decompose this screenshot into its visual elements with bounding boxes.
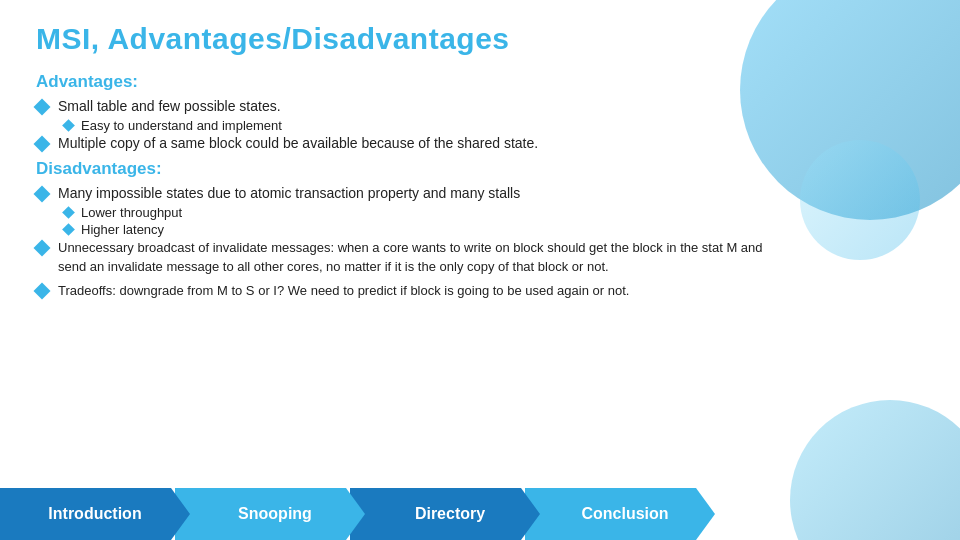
advantage-text-1: Small table and few possible states. (58, 98, 281, 114)
advantage-sub-item-1: Easy to understand and implement (64, 118, 924, 133)
nav-label-snooping: Snooping (238, 505, 312, 523)
diamond-small-icon-2 (62, 206, 75, 219)
disadvantage-item-3: Tradeoffs: downgrade from M to S or I? W… (36, 282, 786, 301)
nav-bar: Introduction Snooping Directory Conclusi… (0, 488, 960, 540)
slide: MSI, Advantages/Disadvantages Advantages… (0, 0, 960, 540)
advantage-sub-text-1: Easy to understand and implement (81, 118, 282, 133)
disadvantage-item-2: Unnecessary broadcast of invalidate mess… (36, 239, 786, 277)
advantage-item-1: Small table and few possible states. (36, 98, 924, 114)
nav-item-conclusion[interactable]: Conclusion (525, 488, 715, 540)
nav-label-introduction: Introduction (48, 505, 141, 523)
advantages-list: Small table and few possible states. Eas… (36, 98, 924, 151)
disadvantage-text-3: Tradeoffs: downgrade from M to S or I? W… (58, 282, 629, 301)
disadvantages-list: Many impossible states due to atomic tra… (36, 185, 924, 301)
disadvantage-sub-list-1: Lower throughput Higher latency (64, 205, 924, 237)
slide-title: MSI, Advantages/Disadvantages (36, 22, 924, 56)
disadvantage-sub-item-1: Lower throughput (64, 205, 924, 220)
nav-label-conclusion: Conclusion (581, 505, 668, 523)
nav-label-directory: Directory (415, 505, 485, 523)
advantage-text-2: Multiple copy of a same block could be a… (58, 135, 538, 151)
advantages-label: Advantages: (36, 72, 924, 92)
diamond-icon-4 (34, 240, 51, 257)
diamond-small-icon-1 (62, 119, 75, 132)
diamond-icon-5 (34, 282, 51, 299)
nav-item-directory[interactable]: Directory (350, 488, 540, 540)
diamond-icon-3 (34, 186, 51, 203)
disadvantage-sub-text-2: Higher latency (81, 222, 164, 237)
disadvantage-sub-text-1: Lower throughput (81, 205, 182, 220)
advantage-sub-list-1: Easy to understand and implement (64, 118, 924, 133)
disadvantages-label: Disadvantages: (36, 159, 924, 179)
diamond-icon-1 (34, 99, 51, 116)
slide-content: MSI, Advantages/Disadvantages Advantages… (0, 0, 960, 301)
disadvantage-item-1: Many impossible states due to atomic tra… (36, 185, 924, 201)
disadvantage-sub-item-2: Higher latency (64, 222, 924, 237)
diamond-small-icon-3 (62, 223, 75, 236)
nav-item-introduction[interactable]: Introduction (0, 488, 190, 540)
disadvantage-text-2: Unnecessary broadcast of invalidate mess… (58, 239, 786, 277)
advantage-item-2: Multiple copy of a same block could be a… (36, 135, 924, 151)
nav-item-snooping[interactable]: Snooping (175, 488, 365, 540)
diamond-icon-2 (34, 136, 51, 153)
disadvantage-text-1: Many impossible states due to atomic tra… (58, 185, 520, 201)
